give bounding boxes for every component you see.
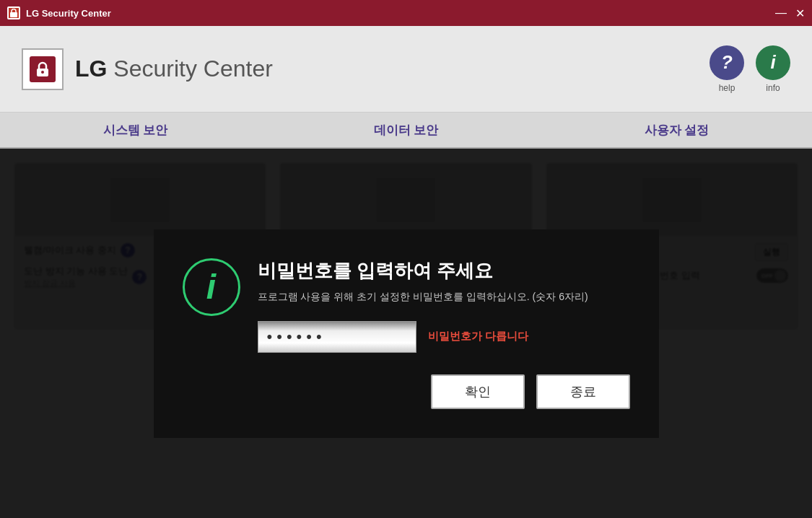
minimize-button[interactable]: — (775, 6, 787, 20)
modal-overlay: i 비밀번호를 입력하여 주세요 프로그램 사용을 위해 초기 설정한 비밀번호… (0, 149, 812, 518)
modal-body: 비밀번호를 입력하여 주세요 프로그램 사용을 위해 초기 설정한 비밀번호를 … (258, 258, 630, 353)
svg-point-2 (41, 71, 44, 74)
exit-button[interactable]: 종료 (536, 374, 630, 409)
nav-system-security[interactable]: 시스템 보안 (0, 112, 271, 149)
password-input[interactable] (258, 321, 416, 353)
modal-inner: i 비밀번호를 입력하여 주세요 프로그램 사용을 위해 초기 설정한 비밀번호… (183, 258, 630, 353)
main-content: 웰캠/마이크 사용 중지 ? OFF 도난 방지 기능 사용 도난 방지 잠금 … (0, 149, 812, 518)
modal-error-text: 비밀번호가 다릅니다 (428, 330, 528, 343)
logo-icon-box (22, 48, 64, 90)
title-bar-left: LG Security Center (7, 6, 111, 19)
help-label: help (719, 83, 735, 93)
password-modal: i 비밀번호를 입력하여 주세요 프로그램 사용을 위해 초기 설정한 비밀번호… (154, 229, 659, 438)
modal-description: 프로그램 사용을 위해 초기 설정한 비밀번호를 입력하십시오. (숫자 6자리… (258, 291, 630, 304)
info-icon: i (756, 45, 790, 80)
svg-rect-0 (10, 12, 17, 17)
logo-lg: LG (75, 56, 107, 82)
help-button[interactable]: ? help (710, 45, 744, 93)
nav-bar: 시스템 보안 데이터 보안 사용자 설정 (0, 113, 812, 149)
title-bar-controls: — ✕ (775, 6, 805, 20)
logo-lock-icon (30, 56, 56, 82)
nav-data-security[interactable]: 데이터 보안 (271, 112, 541, 149)
modal-input-row: 비밀번호가 다릅니다 (258, 321, 630, 353)
title-bar-icon (7, 6, 20, 19)
header: LG Security Center ? help i info (0, 26, 812, 113)
info-button[interactable]: i info (756, 45, 790, 93)
header-logo: LG Security Center (22, 48, 273, 90)
header-buttons: ? help i info (710, 45, 790, 93)
confirm-button[interactable]: 확인 (431, 374, 525, 409)
logo-text: LG Security Center (75, 56, 273, 82)
help-icon: ? (710, 45, 744, 80)
modal-info-icon: i (183, 258, 240, 316)
title-bar-title: LG Security Center (26, 8, 111, 19)
modal-buttons: 확인 종료 (183, 374, 630, 409)
close-button[interactable]: ✕ (795, 6, 805, 20)
title-bar: LG Security Center — ✕ (0, 0, 812, 26)
info-label: info (766, 83, 780, 93)
modal-icon-area: i (183, 258, 240, 353)
modal-title: 비밀번호를 입력하여 주세요 (258, 258, 630, 284)
nav-user-settings[interactable]: 사용자 설정 (541, 112, 812, 149)
logo-sc: Security Center (107, 56, 272, 82)
